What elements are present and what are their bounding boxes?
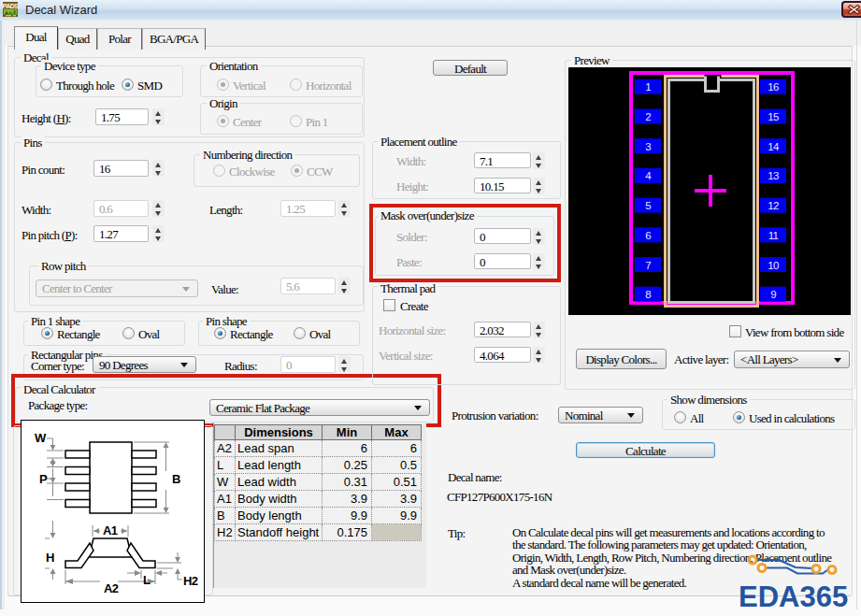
- svg-text:A2: A2: [104, 581, 119, 595]
- svg-text:2: 2: [645, 111, 651, 122]
- svg-text:H2: H2: [183, 574, 198, 588]
- svg-text:14: 14: [768, 141, 780, 152]
- svg-text:9: 9: [770, 289, 776, 300]
- svg-text:7: 7: [645, 260, 651, 271]
- svg-text:6: 6: [645, 230, 651, 241]
- svg-text:L: L: [143, 573, 151, 587]
- svg-text:5: 5: [645, 200, 651, 211]
- svg-text:11: 11: [768, 230, 779, 241]
- svg-text:PADS: PADS: [3, 3, 18, 9]
- svg-text:12: 12: [768, 200, 779, 211]
- svg-text:10: 10: [768, 260, 779, 271]
- svg-text:15: 15: [768, 111, 779, 122]
- svg-text:H: H: [46, 551, 54, 565]
- svg-text:B: B: [172, 472, 180, 486]
- svg-text:A1: A1: [103, 523, 118, 537]
- svg-text:W: W: [35, 431, 47, 445]
- svg-text:P: P: [39, 472, 48, 486]
- svg-text:16: 16: [768, 81, 779, 93]
- svg-text:8: 8: [645, 289, 651, 300]
- svg-text:13: 13: [768, 170, 779, 181]
- svg-text:3: 3: [645, 141, 651, 152]
- svg-text:1: 1: [645, 81, 651, 93]
